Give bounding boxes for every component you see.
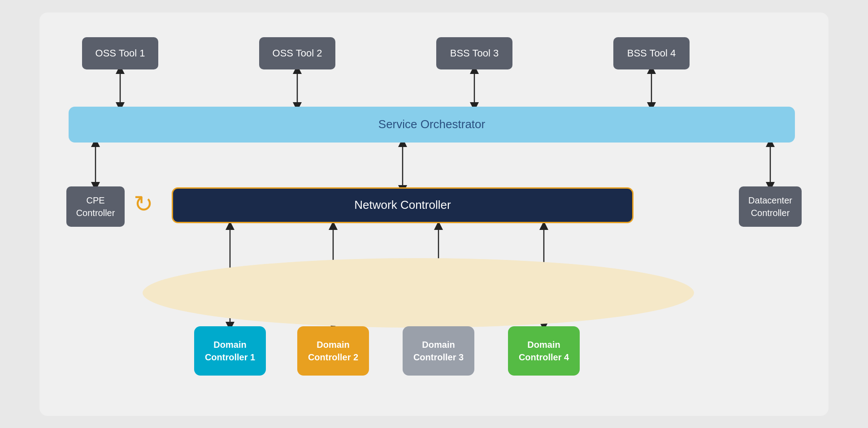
domain-controller-4: Domain Controller 4 (508, 326, 580, 376)
oss-tool-1: OSS Tool 1 (82, 37, 158, 69)
domain-controller-3: Domain Controller 3 (403, 326, 474, 376)
domain-controller-1: Domain Controller 1 (194, 326, 266, 376)
network-controller: Network Controller (172, 187, 634, 223)
sync-icon: ↻ (134, 190, 153, 217)
bss-tool-4: BSS Tool 4 (613, 37, 690, 69)
diagram-container: OSS Tool 1 OSS Tool 2 BSS Tool 3 BSS Too… (39, 13, 829, 416)
cpe-controller: CPEController (66, 186, 125, 227)
domain-controller-2: Domain Controller 2 (297, 326, 369, 376)
oss-tool-2: OSS Tool 2 (259, 37, 335, 69)
datacenter-controller: DatacenterController (739, 186, 802, 227)
domain-ellipse (143, 258, 694, 328)
bss-tool-3: BSS Tool 3 (436, 37, 512, 69)
service-orchestrator: Service Orchestrator (69, 107, 795, 143)
